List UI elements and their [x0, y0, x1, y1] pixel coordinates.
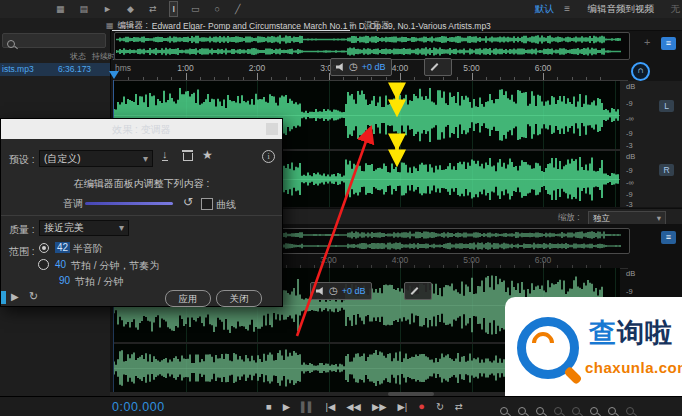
tempo-value[interactable]: 90: [59, 275, 70, 286]
zoom-reset-button[interactable]: [554, 401, 562, 416]
zoom-full-button[interactable]: [626, 401, 634, 416]
apply-button[interactable]: 应用: [165, 290, 211, 307]
navigator-panel-menu-icon[interactable]: ≡: [661, 37, 676, 50]
semitones-radio[interactable]: [39, 243, 49, 253]
lasso-selection-tool-button[interactable]: ○: [212, 2, 221, 16]
waveform-view-button[interactable]: ▦: [54, 2, 67, 16]
db-scale-label: -∞: [626, 114, 634, 123]
zoom-in-point-button[interactable]: [590, 401, 598, 416]
paintbrush-tool-button[interactable]: ╱: [233, 2, 242, 16]
bpm-label: 节拍 / 分钟，节奏为: [71, 259, 159, 273]
time-selection-tool-button[interactable]: I: [169, 1, 178, 17]
zoom-in-amplitude-button[interactable]: [572, 401, 580, 416]
skip-selection-button[interactable]: ⇄: [455, 400, 463, 413]
db-scale-label: -∞: [626, 178, 634, 187]
zoom-to-selection-button[interactable]: [536, 401, 544, 416]
move-tool-button[interactable]: ►: [101, 2, 114, 16]
semitones-value[interactable]: 42: [55, 242, 70, 253]
reset-icon[interactable]: ↺: [183, 195, 193, 209]
channel-left-button[interactable]: L: [659, 100, 674, 112]
skip-to-end-button[interactable]: ▶|: [398, 400, 408, 413]
dialog-close-button[interactable]: [266, 123, 278, 135]
workspace-menu-icon[interactable]: ≡: [564, 3, 570, 14]
preview-play-button[interactable]: ▶: [11, 291, 19, 302]
keyframe-hud-2[interactable]: [404, 282, 432, 300]
bpm-value[interactable]: 40: [55, 259, 66, 270]
zoom-out-time-button[interactable]: [518, 401, 526, 416]
zoom-buttons: [500, 401, 634, 416]
column-status[interactable]: 状态: [70, 51, 86, 62]
delete-preset-icon[interactable]: [183, 150, 192, 160]
favorite-star-icon[interactable]: ★: [202, 148, 213, 162]
active-tab-underline: [112, 30, 350, 32]
overview-navigator[interactable]: [114, 32, 630, 60]
db-scale-label: dB: [626, 82, 635, 91]
info-icon[interactable]: i: [262, 150, 275, 163]
pitch-slider[interactable]: [85, 202, 173, 205]
workspace-edit-audio-to-video[interactable]: 编辑音频到视频: [588, 3, 655, 16]
logo-swoosh: [527, 327, 558, 358]
db-scale-left: dB-9-∞-9-3: [622, 81, 648, 149]
zoom-mode-select[interactable]: 独立 ▾: [588, 211, 666, 225]
db-scale-label: -9: [626, 166, 633, 175]
razor-tool-button[interactable]: ◆: [125, 2, 136, 16]
curve-checkbox[interactable]: [201, 198, 213, 210]
navigator-waveform-left: [116, 34, 626, 45]
db-scale-label: -9: [626, 129, 633, 138]
zoom-out-point-button[interactable]: [608, 401, 616, 416]
search-icon: [7, 40, 15, 48]
keyframe-hud[interactable]: [424, 58, 452, 76]
gain-hud-2[interactable]: ◷ +0 dB: [310, 282, 372, 300]
quality-value: 接近完美: [44, 222, 84, 233]
transport-buttons: ■▶▌▌|◀◀◀▶▶▶|●↻⇄: [266, 400, 463, 413]
ruler-tick-label: 4:00: [392, 63, 409, 73]
search-input[interactable]: [2, 33, 106, 48]
brand-first-char: 查: [589, 318, 617, 348]
bpm-radio[interactable]: [38, 259, 49, 270]
save-preset-icon[interactable]: ↓: [162, 149, 168, 161]
ruler-tick-label: 1:00: [177, 63, 194, 73]
gain-hud[interactable]: ◷ +0 dB: [330, 58, 392, 76]
zoom-in-time-button[interactable]: [500, 401, 508, 416]
play-button[interactable]: ▶: [283, 400, 290, 413]
file-duration: 6:36.173: [58, 64, 91, 74]
workspace-switcher[interactable]: 默认: [535, 3, 554, 16]
file-row[interactable]: ists.mp3 6:36.173: [0, 63, 110, 76]
headphone-icon[interactable]: ∩: [631, 62, 650, 81]
tab-mixer[interactable]: 混音器: [364, 20, 390, 32]
ruler-tick-label: 6:00: [535, 63, 552, 73]
pause-button[interactable]: ▌▌: [301, 400, 314, 413]
volume-icon: [336, 63, 345, 71]
panel-settings-icon[interactable]: +: [644, 36, 650, 48]
time-display[interactable]: 0:00.000: [112, 400, 165, 414]
preview-loop-button[interactable]: ↻: [29, 290, 38, 303]
dialog-title-bar[interactable]: 效果 : 变调器: [1, 119, 282, 139]
chevron-down-icon: ▾: [119, 221, 124, 235]
loop-playback-button[interactable]: ↻: [436, 400, 444, 413]
marquee-selection-tool-button[interactable]: ▭: [189, 2, 202, 16]
panel-menu-icon[interactable]: ≡: [349, 19, 354, 29]
quality-select[interactable]: 接近完美 ▾: [39, 220, 129, 236]
stop-button[interactable]: ■: [266, 400, 272, 413]
rewind-button[interactable]: ◀◀: [346, 400, 361, 413]
navigator2-panel-menu-icon[interactable]: ≡: [661, 231, 676, 244]
channel-right-button[interactable]: R: [659, 164, 674, 176]
db-scale-right: dB-9-∞-9-3: [622, 151, 648, 207]
hud-gain-value[interactable]: +0 dB: [362, 62, 386, 72]
focus-indicator: [1, 291, 6, 304]
audition-window: ▦▤►◆⇄I▭○╱ 默认 ≡ 编辑音频到视频 无 ▦ 编辑器 : Edward …: [0, 0, 682, 416]
zoom-mode-value: 独立: [593, 213, 610, 223]
db-scale-label: -3: [626, 141, 633, 150]
ruler-tick-label: 5:00: [463, 63, 480, 73]
slip-tool-button[interactable]: ⇄: [147, 2, 159, 16]
hud2-gain-value[interactable]: +0 dB: [342, 286, 366, 296]
skip-to-start-button[interactable]: |◀: [326, 400, 336, 413]
multitrack-view-button[interactable]: ▤: [78, 2, 91, 16]
fast-forward-button[interactable]: ▶▶: [372, 400, 387, 413]
preset-select[interactable]: (自定义) ▾: [39, 150, 153, 167]
ruler-tick-label: 2:00: [249, 63, 266, 73]
record-button[interactable]: ●: [418, 400, 425, 413]
db-scale-label: -9: [626, 190, 633, 199]
close-button[interactable]: 关闭: [216, 290, 262, 307]
playhead-marker[interactable]: [109, 71, 119, 79]
